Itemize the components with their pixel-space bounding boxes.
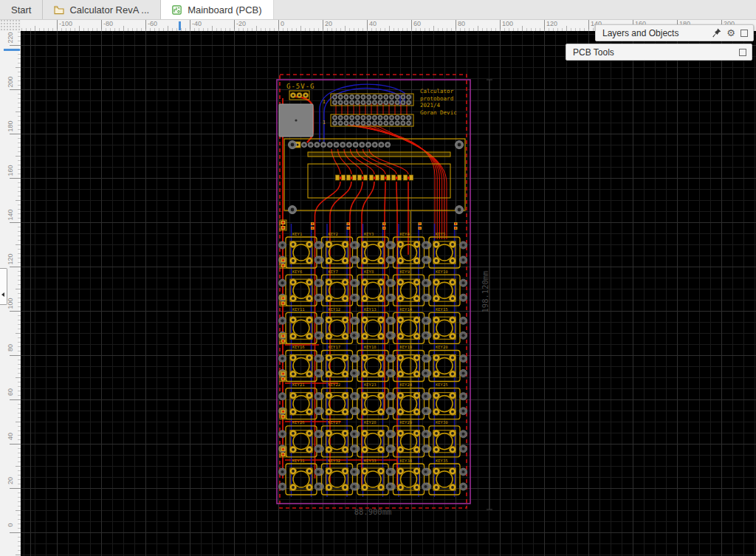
- svg-text:KEY25: KEY25: [436, 382, 448, 387]
- collapse-icon[interactable]: [739, 49, 746, 56]
- pcb-tools-panel[interactable]: PCB Tools: [566, 44, 752, 61]
- side-panel-expand-handle[interactable]: [0, 268, 7, 305]
- pcb-key[interactable]: KEY30: [422, 420, 467, 457]
- pcb-tools-panel-title: PCB Tools: [566, 47, 739, 58]
- ruler-tick-label: 60: [0, 385, 21, 399]
- svg-text:KEY15: KEY15: [436, 307, 448, 312]
- svg-text:KEY23: KEY23: [364, 382, 377, 387]
- svg-text:KEY21: KEY21: [292, 382, 305, 387]
- resistor[interactable]: [347, 175, 357, 180]
- svg-text:1: 1: [323, 120, 326, 126]
- ruler-tick-label: 40: [0, 430, 21, 443]
- svg-text:KEY5: KEY5: [436, 232, 445, 236]
- ruler-tick-label: 100: [500, 20, 513, 30]
- cursor-position-marker-x: [179, 21, 181, 30]
- svg-text:KEY6: KEY6: [292, 270, 302, 274]
- svg-text:2021/4: 2021/4: [420, 102, 441, 109]
- svg-text:KEY30: KEY30: [436, 420, 448, 425]
- ruler-tick-label: 0: [0, 518, 21, 532]
- ruler-tick-label: 120: [544, 20, 557, 30]
- svg-text:KEY31: KEY31: [292, 459, 305, 463]
- svg-text:KEY22: KEY22: [329, 382, 341, 387]
- pcb-key[interactable]: KEY35: [422, 459, 467, 495]
- pin-icon[interactable]: [712, 28, 721, 38]
- pcb-key[interactable]: KEY10: [422, 270, 467, 306]
- svg-text:KEY10: KEY10: [436, 270, 448, 274]
- svg-text:KEY12: KEY12: [329, 307, 341, 312]
- pcb-key[interactable]: KEY20: [422, 345, 467, 382]
- tab-start[interactable]: Start: [0, 0, 43, 19]
- pcb-key[interactable]: KEY15: [422, 307, 467, 344]
- resistor[interactable]: [370, 175, 379, 180]
- tab-bar-empty-space: [378, 0, 756, 19]
- svg-text:KEY34: KEY34: [400, 459, 413, 463]
- ruler-tick-label: 40: [367, 20, 377, 30]
- svg-text:protoboard: protoboard: [420, 95, 453, 102]
- svg-text:88.900mm: 88.900mm: [354, 507, 392, 516]
- pcb-key[interactable]: KEY25: [422, 382, 467, 419]
- ruler-tick-label: -80: [101, 20, 113, 30]
- svg-text:KEY17: KEY17: [329, 345, 341, 349]
- svg-text:KEY1: KEY1: [292, 232, 302, 236]
- lcd-module[interactable]: [284, 139, 465, 214]
- ruler-tick-label: 160: [0, 164, 21, 177]
- resistor[interactable]: [336, 175, 346, 180]
- pcb-layout-drawing[interactable]: G-5V-G11Calculatorprotoboard2021/4Goran …: [21, 31, 756, 556]
- svg-text:KEY8: KEY8: [364, 270, 374, 274]
- svg-text:KEY26: KEY26: [292, 420, 305, 425]
- resistor[interactable]: [381, 175, 391, 180]
- ruler-tick-label: 80: [456, 20, 465, 30]
- resistor[interactable]: [404, 175, 413, 180]
- resistor[interactable]: [392, 175, 402, 180]
- ruler-tick-label: -40: [190, 20, 202, 30]
- svg-text:KEY20: KEY20: [436, 345, 448, 349]
- pin-header[interactable]: 1: [323, 114, 413, 126]
- gear-icon[interactable]: ⚙: [726, 28, 735, 38]
- svg-text:KEY9: KEY9: [400, 270, 410, 274]
- ruler-tick-label: -100: [57, 20, 72, 30]
- svg-text:Goran Devic: Goran Devic: [420, 109, 457, 116]
- folder-icon: [54, 5, 64, 15]
- pcb-key[interactable]: KEY5: [422, 232, 467, 269]
- ruler-tick-label: -20: [234, 20, 246, 30]
- svg-text:KEY32: KEY32: [329, 459, 341, 463]
- tab-mainboard-label: Mainboard (PCB): [188, 4, 261, 16]
- svg-text:KEY3: KEY3: [364, 232, 374, 236]
- ruler-tick-label: 220: [0, 31, 21, 44]
- svg-text:KEY29: KEY29: [400, 420, 413, 425]
- ruler-tick-label: 140: [0, 208, 21, 222]
- cursor-position-marker-y: [4, 49, 20, 51]
- svg-text:KEY2: KEY2: [329, 232, 338, 236]
- svg-text:198.120mm: 198.120mm: [481, 271, 489, 313]
- svg-text:KEY4: KEY4: [400, 232, 410, 236]
- tab-start-label: Start: [11, 4, 31, 16]
- pcb-icon: [172, 5, 182, 15]
- silkscreen-title-text: Calculatorprotoboard2021/4Goran Devic: [420, 88, 457, 116]
- svg-text:KEY18: KEY18: [364, 345, 377, 349]
- collapse-icon[interactable]: [740, 30, 748, 37]
- resistor[interactable]: [358, 175, 368, 180]
- pin-header-single-row[interactable]: [295, 142, 391, 148]
- tab-calculator-reva[interactable]: Calculator RevA ...: [43, 0, 161, 19]
- svg-text:Calculator: Calculator: [420, 88, 454, 95]
- chevron-left-icon: [1, 292, 4, 297]
- svg-text:KEY35: KEY35: [436, 459, 448, 463]
- tab-mainboard-pcb[interactable]: Mainboard (PCB): [161, 0, 273, 19]
- svg-text:KEY28: KEY28: [364, 420, 377, 425]
- ruler-tick-label: 200: [0, 75, 21, 89]
- ruler-tick-label: 60: [411, 20, 421, 30]
- svg-text:KEY7: KEY7: [329, 270, 338, 274]
- svg-text:KEY16: KEY16: [292, 345, 305, 349]
- mounted-component[interactable]: [279, 104, 313, 137]
- pcb-board-outline[interactable]: [277, 75, 470, 508]
- svg-text:KEY19: KEY19: [400, 345, 413, 349]
- ruler-corner: [0, 19, 21, 31]
- power-connector[interactable]: G-5V-G: [286, 83, 315, 100]
- svg-text:KEY14: KEY14: [400, 307, 413, 312]
- ruler-tick-label: 20: [0, 474, 21, 487]
- ruler-tick-label: -60: [145, 20, 157, 30]
- pcb-editor-canvas[interactable]: G-5V-G11Calculatorprotoboard2021/4Goran …: [21, 31, 756, 556]
- ruler-tick-label: 20: [323, 20, 332, 30]
- svg-text:1: 1: [323, 99, 326, 105]
- layers-and-objects-panel[interactable]: Layers and Objects ⚙: [595, 24, 754, 41]
